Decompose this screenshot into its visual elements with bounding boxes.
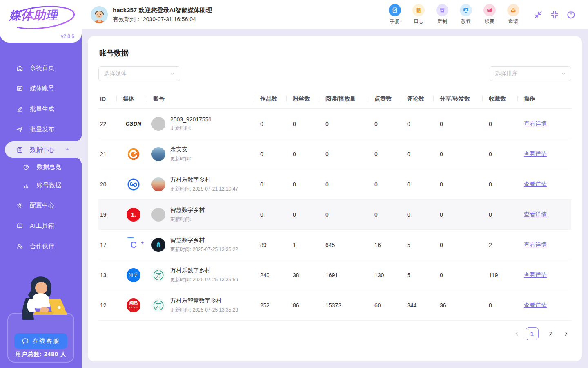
media-select[interactable]: 选择媒体	[98, 66, 180, 81]
comments-count: 5	[405, 272, 438, 278]
knot-logo-icon	[127, 177, 140, 191]
comments-count: 0	[405, 121, 438, 127]
open-book-icon	[16, 222, 23, 229]
gear-icon	[16, 202, 23, 209]
sidebar-item-data-overview[interactable]: 数据总览	[0, 158, 82, 176]
likes-count: 130	[373, 272, 405, 278]
quick-action-manual[interactable]: 手册	[388, 4, 401, 25]
pagination-page-1[interactable]: 1	[526, 327, 539, 340]
quick-action-label: 教程	[461, 18, 471, 25]
shares-count: 0	[438, 211, 487, 218]
view-details-link[interactable]: 查看详情	[524, 302, 547, 308]
welcome-text: hack357 欢迎您登录AI智能媒体助理	[113, 6, 212, 14]
account-name: 余安安	[170, 146, 191, 153]
favorites-count: 0	[487, 151, 522, 157]
svg-text:万: 万	[156, 303, 161, 309]
col-id: ID	[98, 96, 121, 102]
sidebar-item-account-data[interactable]: 账号数据	[0, 176, 82, 195]
shares-count: 0	[438, 242, 487, 248]
cplus-letter: C	[130, 240, 137, 250]
sidebar-item-batch-publish[interactable]: 批量发布	[0, 121, 82, 137]
shares-count: 0	[438, 151, 487, 157]
view-details-link[interactable]: 查看详情	[524, 272, 547, 278]
works-count: 0	[258, 151, 291, 157]
sidebar-item-media-accounts[interactable]: 媒体账号	[0, 80, 82, 96]
view-details-link[interactable]: 查看详情	[524, 150, 547, 157]
sidebar-item-label: 批量发布	[30, 126, 54, 133]
works-count: 0	[258, 181, 291, 188]
quick-action-tutorial[interactable]: 教程	[459, 4, 472, 25]
pagination-prev-button[interactable]	[514, 331, 520, 337]
collapse-icon[interactable]	[534, 10, 543, 19]
works-count: 252	[258, 302, 291, 309]
account-updated: 更新时间: 2025-07-25 13:35:59	[170, 276, 238, 283]
quick-action-label: 手册	[390, 18, 400, 25]
sort-select-placeholder: 选择排序	[495, 70, 561, 77]
works-count: 0	[258, 121, 291, 127]
row-id: 20	[98, 181, 121, 188]
comments-count: 0	[405, 151, 438, 157]
quick-action-label: 定制	[437, 18, 447, 25]
account-avatar	[151, 208, 165, 222]
chevron-down-icon	[561, 71, 566, 76]
sidebar-item-batch-generate[interactable]: 批量生成	[0, 101, 82, 117]
app-logo: 媒体助理 v2.0.6	[0, 0, 82, 43]
chevron-down-icon	[170, 71, 175, 76]
online-support-button[interactable]: 在线客服	[14, 333, 67, 349]
sidebar-item-home[interactable]: 系统首页	[0, 60, 82, 76]
sidebar-item-label: 系统首页	[30, 64, 54, 72]
quick-action-custom[interactable]: 定制	[436, 4, 449, 25]
netease-logo-icon: 網易NEWS	[127, 298, 140, 312]
power-icon[interactable]	[566, 10, 576, 19]
cplus-logo-icon: C✦	[127, 238, 140, 252]
likes-count: 16	[373, 242, 405, 248]
view-details-link[interactable]: 查看详情	[524, 181, 547, 187]
pagination-next-button[interactable]	[563, 331, 569, 337]
sort-select[interactable]: 选择排序	[490, 66, 571, 81]
sidebar-item-label: 批量生成	[30, 105, 54, 113]
pagination-page-2[interactable]: 2	[544, 327, 557, 340]
comments-count: 0	[405, 181, 438, 188]
account-avatar: 万	[151, 298, 165, 312]
pie-chart-icon	[23, 164, 30, 171]
row-id: 13	[98, 272, 121, 278]
sidebar-item-config-center[interactable]: 配置中心	[0, 197, 82, 213]
account-updated: 更新时间: 2025-07-25 13:36:22	[170, 246, 238, 253]
quick-action-log[interactable]: 日志	[412, 4, 425, 25]
view-details-link[interactable]: 查看详情	[524, 211, 547, 218]
view-details-link[interactable]: 查看详情	[524, 120, 547, 127]
pencil-icon	[16, 105, 23, 112]
favorites-count: 0	[487, 121, 522, 127]
quick-action-label: 续费	[485, 18, 494, 25]
account-avatar	[151, 147, 165, 161]
sidebar-item-partners[interactable]: 合作伙伴	[0, 238, 82, 254]
quick-action-renew[interactable]: 续费	[483, 4, 496, 25]
sidebar-item-ai-toolbox[interactable]: AI工具箱	[0, 218, 82, 234]
account-name: 万村乐数字乡村	[170, 267, 238, 274]
table-row: 19 1. 智慧数字乡村 更新时间: 0 0 0 0 0 0 0 查看详情	[98, 200, 571, 230]
account-name: 智慧数字乡村	[170, 237, 238, 244]
account-avatar: 万	[151, 268, 165, 282]
pagination: 1 2	[98, 327, 571, 340]
sidebar: 媒体助理 v2.0.6 系统首页 媒体账号 批量生成 批量发布	[0, 0, 82, 368]
works-count: 0	[258, 211, 291, 218]
page-title: 账号数据	[99, 48, 571, 58]
likes-count: 0	[373, 151, 405, 157]
col-actions: 操作	[522, 95, 571, 103]
partner-icon	[16, 243, 23, 250]
window-controls	[534, 10, 576, 19]
account-avatar	[151, 177, 165, 191]
sidebar-item-data-center[interactable]: 数据中心	[5, 141, 82, 158]
comments-count: 5	[405, 242, 438, 248]
svg-text:万: 万	[156, 272, 161, 278]
likes-count: 60	[373, 302, 405, 309]
chevron-up-icon	[65, 146, 70, 153]
fans-count: 86	[291, 302, 324, 309]
fans-count: 0	[291, 181, 324, 188]
view-details-link[interactable]: 查看详情	[524, 241, 547, 248]
reads-count: 0	[324, 121, 373, 127]
chat-bubble-icon	[22, 337, 29, 345]
exit-fullscreen-icon[interactable]	[550, 10, 559, 19]
account-data-card: 账号数据 选择媒体 选择排序 ID 媒体 账号 作品数 粉丝数 阅读/播放量 点…	[88, 36, 582, 361]
quick-action-invite[interactable]: 邀请	[507, 4, 520, 25]
